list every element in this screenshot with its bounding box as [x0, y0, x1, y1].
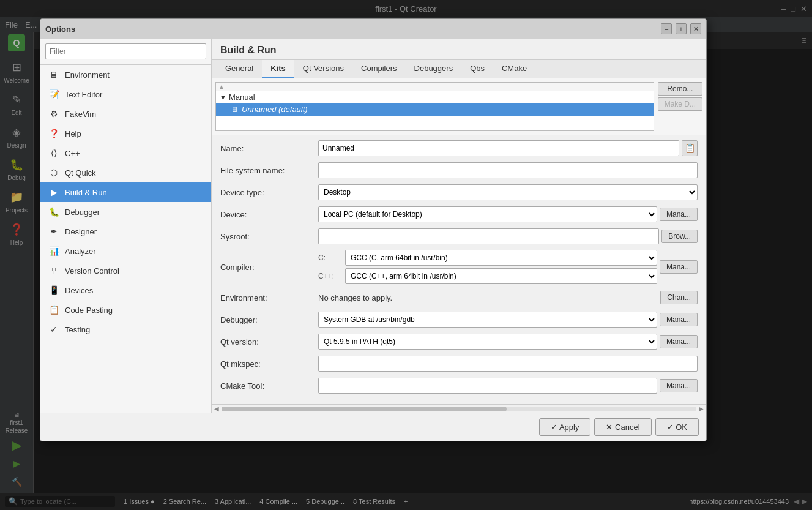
- sidebar-item-build-run[interactable]: ▶ Build & Run: [40, 182, 211, 202]
- kits-scroll-top: ▲: [216, 83, 654, 91]
- form-row-fs-name: File system name:: [220, 162, 698, 179]
- sidebar-item-help[interactable]: ❓ Help: [40, 124, 211, 143]
- form-row-device-type: Device type: Desktop: [220, 184, 698, 201]
- sidebar-item-debugger[interactable]: 🐛 Debugger: [40, 202, 211, 222]
- tree-item-unnamed[interactable]: 🖥 Unnamed (default): [216, 103, 654, 116]
- sysroot-input[interactable]: [318, 228, 659, 244]
- environment-change-btn[interactable]: Chan...: [660, 291, 698, 304]
- content-title: Build & Run: [220, 45, 277, 55]
- options-content: Build & Run General Kits Qt Versions Com…: [212, 39, 706, 413]
- device-type-select[interactable]: Desktop: [318, 184, 698, 200]
- tabs-bar: General Kits Qt Versions Compilers Debug…: [212, 60, 706, 78]
- name-input[interactable]: [318, 140, 679, 156]
- tab-debuggers[interactable]: Debuggers: [406, 60, 462, 78]
- device-select[interactable]: Local PC (default for Desktop): [318, 206, 657, 222]
- sidebar-item-fakevim[interactable]: ⚙ FakeVim: [40, 104, 211, 124]
- tree-group-label: Manual: [229, 92, 255, 102]
- tab-kits[interactable]: Kits: [262, 60, 294, 78]
- compiler-c-select[interactable]: GCC (C, arm 64bit in /usr/bin): [345, 250, 657, 266]
- form-row-qt-mkspec: Qt mkspec:: [220, 355, 698, 372]
- compiler-c-row: C: GCC (C, arm 64bit in /usr/bin): [318, 250, 657, 266]
- dialog-title-bar: Options – + ✕: [40, 19, 706, 39]
- debugger-select[interactable]: System GDB at /usr/bin/gdb: [318, 312, 657, 328]
- debugger-label: Debugger:: [220, 315, 318, 324]
- sysroot-label: Sysroot:: [220, 232, 318, 241]
- version-control-icon: ⑂: [48, 264, 60, 277]
- tab-compilers[interactable]: Compilers: [352, 60, 406, 78]
- form-row-cmake-tool: CMake Tool: Mana...: [220, 377, 698, 394]
- code-pasting-icon: 📋: [48, 304, 60, 316]
- tree-expand-icon[interactable]: ▼: [220, 94, 226, 101]
- form-section: Name: 📋 File system name:: [212, 135, 706, 404]
- compiler-group: C: GCC (C, arm 64bit in /usr/bin) C++:: [318, 250, 657, 284]
- qt-mkspec-input[interactable]: [318, 356, 698, 372]
- scroll-left-icon[interactable]: ◀: [214, 405, 219, 412]
- form-row-device: Device: Local PC (default for Desktop) M…: [220, 206, 698, 223]
- tree-item-icon: 🖥: [231, 105, 238, 114]
- form-row-sysroot: Sysroot: Brow...: [220, 228, 698, 245]
- environment-icon: 🖥: [48, 69, 60, 81]
- dialog-maximize-btn[interactable]: +: [676, 23, 687, 34]
- sidebar-item-version-control[interactable]: ⑂ Version Control: [40, 261, 211, 280]
- sysroot-browse-btn[interactable]: Brow...: [661, 230, 698, 243]
- make-default-btn[interactable]: Make D...: [658, 97, 702, 111]
- kits-tree-section: ▲ ▼ Manual 🖥 Unnamed (default): [212, 78, 706, 135]
- kits-side-buttons: Remo... Make D...: [658, 82, 702, 131]
- dialog-minimize-btn[interactable]: –: [661, 23, 672, 34]
- sidebar-item-text-editor[interactable]: 📝 Text Editor: [40, 84, 211, 104]
- apply-btn[interactable]: ✓ Apply: [539, 418, 590, 436]
- sidebar-item-testing[interactable]: ✓ Testing: [40, 320, 211, 339]
- fs-name-label: File system name:: [220, 166, 318, 175]
- options-sidebar: 🖥 Environment 📝 Text Editor ⚙ FakeVim ❓ …: [40, 39, 212, 413]
- cmake-tool-label: CMake Tool:: [220, 381, 318, 391]
- environment-label: Environment:: [220, 293, 318, 302]
- ok-checkmark-icon: ✓: [667, 422, 674, 432]
- filter-input[interactable]: [45, 43, 206, 59]
- form-row-debugger: Debugger: System GDB at /usr/bin/gdb Man…: [220, 311, 698, 328]
- debugger-icon: 🐛: [48, 206, 60, 218]
- sidebar-item-devices[interactable]: 📱 Devices: [40, 280, 211, 300]
- device-label: Device:: [220, 210, 318, 219]
- tab-cmake[interactable]: CMake: [493, 60, 535, 78]
- cpp-label: C++:: [318, 272, 343, 280]
- sidebar-item-designer[interactable]: ✒ Designer: [40, 222, 211, 241]
- sidebar-item-qt-quick[interactable]: ⬡ Qt Quick: [40, 163, 211, 182]
- sidebar-item-code-pasting[interactable]: 📋 Code Pasting: [40, 300, 211, 320]
- environment-value: No changes to apply.: [318, 293, 658, 302]
- scroll-right-icon[interactable]: ▶: [699, 405, 704, 412]
- debugger-manage-btn[interactable]: Mana...: [660, 313, 698, 326]
- qt-version-manage-btn[interactable]: Mana...: [660, 335, 698, 348]
- kits-tree-group: ▼ Manual: [216, 91, 654, 103]
- device-manage-btn[interactable]: Mana...: [660, 208, 698, 221]
- compiler-manage-btn[interactable]: Mana...: [660, 260, 698, 274]
- name-label: Name:: [220, 144, 318, 153]
- form-row-name: Name: 📋: [220, 140, 698, 157]
- text-editor-icon: 📝: [48, 88, 60, 100]
- kits-list-box: ▲ ▼ Manual 🖥 Unnamed (default): [215, 82, 654, 131]
- tab-general[interactable]: General: [217, 60, 262, 78]
- sidebar-item-analyzer[interactable]: 📊 Analyzer: [40, 241, 211, 261]
- ok-btn[interactable]: ✓ OK: [655, 418, 699, 436]
- name-icon-btn[interactable]: 📋: [682, 140, 698, 156]
- devices-icon: 📱: [48, 284, 60, 296]
- tab-qt-versions[interactable]: Qt Versions: [294, 60, 352, 78]
- hscroll-handle[interactable]: [222, 407, 507, 411]
- dialog-body: 🖥 Environment 📝 Text Editor ⚙ FakeVim ❓ …: [40, 39, 706, 413]
- sidebar-item-environment[interactable]: 🖥 Environment: [40, 65, 211, 84]
- cancel-btn[interactable]: ✕ Cancel: [594, 418, 651, 436]
- dialog-close-btn[interactable]: ✕: [690, 23, 701, 34]
- content-title-bar: Build & Run: [212, 39, 706, 60]
- form-row-compiler: Compiler: C: GCC (C, arm 64bit in /usr/b…: [220, 250, 698, 284]
- help-option-icon: ❓: [48, 127, 60, 140]
- designer-icon: ✒: [48, 225, 60, 238]
- hscroll-track[interactable]: [222, 407, 696, 411]
- sidebar-item-cpp[interactable]: ⟨⟩ C++: [40, 143, 211, 163]
- cmake-tool-manage-btn[interactable]: Mana...: [660, 379, 698, 392]
- tab-qbs[interactable]: Qbs: [461, 60, 493, 78]
- cmake-tool-input[interactable]: [318, 378, 657, 394]
- compiler-cpp-select[interactable]: GCC (C++, arm 64bit in /usr/bin): [345, 268, 657, 284]
- remove-kit-btn[interactable]: Remo...: [658, 82, 702, 96]
- fs-name-input[interactable]: [318, 162, 698, 178]
- form-row-environment: Environment: No changes to apply. Chan..…: [220, 289, 698, 306]
- qt-version-select[interactable]: Qt 5.9.5 in PATH (qt5): [318, 334, 657, 350]
